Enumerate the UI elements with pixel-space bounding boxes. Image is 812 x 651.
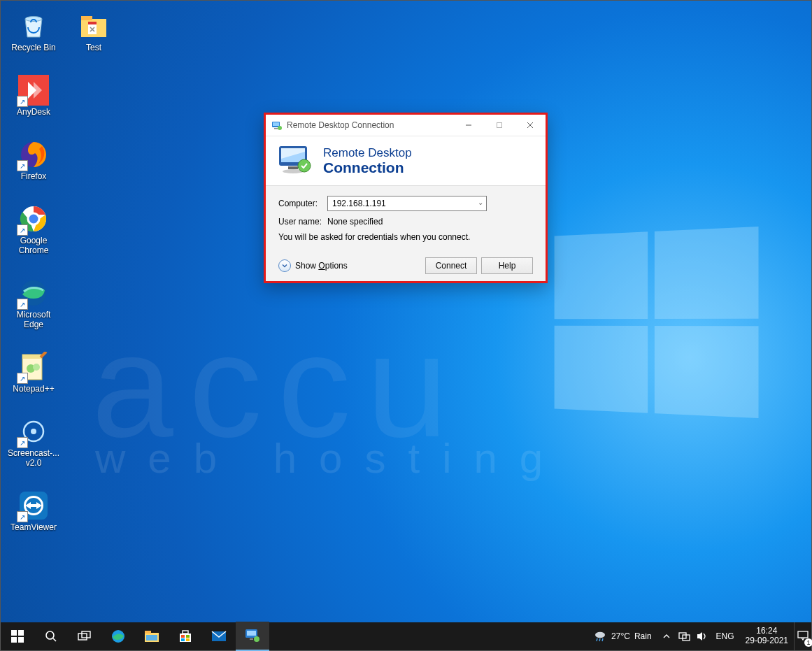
svg-point-59 <box>254 636 259 642</box>
shortcut-overlay-icon: ↗ <box>17 373 28 384</box>
connect-button[interactable]: Connect <box>425 257 477 274</box>
notification-badge: 1 <box>804 638 812 647</box>
taskbar-mail-icon[interactable] <box>202 622 236 650</box>
svg-rect-39 <box>11 637 17 643</box>
firefox-icon: ↗ <box>18 139 49 170</box>
language-indicator[interactable]: ENG <box>711 622 740 650</box>
svg-rect-34 <box>288 166 298 169</box>
svg-rect-2 <box>81 16 92 20</box>
rdc-header-line2: Connection <box>323 160 412 175</box>
taskbar: 27°C Rain ENG 16:24 29-09-2021 1 <box>1 622 811 650</box>
computer-combobox[interactable]: 192.168.1.191 ⌄ <box>327 196 487 211</box>
svg-point-36 <box>298 159 311 172</box>
taskbar-edge-icon[interactable] <box>101 622 135 650</box>
svg-rect-38 <box>18 630 24 636</box>
weather-cond: Rain <box>634 631 652 641</box>
svg-line-42 <box>53 638 56 641</box>
username-label: User name: <box>278 217 327 227</box>
svg-rect-50 <box>183 631 188 634</box>
svg-rect-58 <box>250 638 253 640</box>
svg-point-16 <box>31 429 36 434</box>
username-value: None specified <box>327 217 383 227</box>
help-button[interactable]: Help <box>481 257 533 274</box>
desktop-icon-microsoft-edge[interactable]: ↗Microsoft Edge <box>6 278 61 330</box>
system-tray: 27°C Rain ENG 16:24 29-09-2021 1 <box>587 622 811 650</box>
svg-rect-57 <box>247 631 256 636</box>
desktop-icon-firefox[interactable]: ↗Firefox <box>6 139 61 182</box>
weather-icon <box>593 630 607 643</box>
weather-widget[interactable]: 27°C Rain <box>587 622 657 650</box>
show-options-toggle[interactable]: Show Options <box>278 259 348 272</box>
clock-date: 29-09-2021 <box>746 636 788 646</box>
teamviewer-icon: ↗ <box>18 490 49 521</box>
svg-point-8 <box>28 213 39 224</box>
close-button[interactable] <box>515 115 546 136</box>
svg-point-60 <box>595 632 605 638</box>
svg-rect-24 <box>273 122 279 126</box>
svg-rect-44 <box>82 631 90 638</box>
svg-line-63 <box>602 638 603 641</box>
svg-rect-25 <box>274 128 278 129</box>
tray-overflow-icon[interactable] <box>657 622 676 650</box>
desktop-icon-test-folder[interactable]: Test <box>66 10 121 53</box>
action-center-icon[interactable]: 1 <box>794 622 811 650</box>
clock[interactable]: 16:24 29-09-2021 <box>740 627 794 646</box>
svg-point-26 <box>278 126 282 130</box>
shortcut-overlay-icon: ↗ <box>17 160 28 171</box>
remote-desktop-window: Remote Desktop Connection Remote Desktop… <box>264 113 548 283</box>
window-titlebar[interactable]: Remote Desktop Connection <box>266 115 546 136</box>
credentials-message: You will be asked for credentials when y… <box>278 232 533 242</box>
svg-marker-66 <box>697 632 702 641</box>
weather-temp: 27°C <box>611 631 630 641</box>
taskbar-file-explorer-icon[interactable] <box>135 622 169 650</box>
icon-label: Firefox <box>21 172 47 182</box>
svg-line-62 <box>599 638 600 641</box>
desktop-icon-google-chrome[interactable]: ↗Google Chrome <box>6 203 61 256</box>
computer-label: Computer: <box>278 199 327 208</box>
svg-rect-67 <box>798 631 808 638</box>
svg-rect-4 <box>88 22 97 24</box>
shortcut-overlay-icon: ↗ <box>17 437 28 448</box>
desktop-icon-anydesk[interactable]: ↗AnyDesk <box>6 75 61 117</box>
search-button[interactable] <box>34 622 68 650</box>
anydesk-icon: ↗ <box>18 75 49 106</box>
icon-label: AnyDesk <box>17 108 50 117</box>
network-icon[interactable] <box>676 622 694 650</box>
shortcut-overlay-icon: ↗ <box>17 224 28 236</box>
svg-point-41 <box>46 631 54 639</box>
taskbar-store-icon[interactable] <box>169 622 202 650</box>
svg-line-61 <box>597 638 597 641</box>
desktop-icon-notepadpp[interactable]: ↗Notepad++ <box>6 352 61 394</box>
svg-rect-22 <box>30 504 37 507</box>
computer-value: 192.168.1.191 <box>332 199 386 208</box>
svg-rect-54 <box>186 638 190 641</box>
rdc-monitor-icon <box>278 145 313 176</box>
task-view-button[interactable] <box>68 622 101 650</box>
desktop[interactable]: Recycle BinTest↗AnyDesk↗Firefox↗Google C… <box>1 1 811 650</box>
shortcut-overlay-icon: ↗ <box>17 299 28 310</box>
icon-label: TeamViewer <box>10 523 57 533</box>
minimize-button[interactable] <box>453 115 484 136</box>
icon-label: Microsoft Edge <box>6 310 61 330</box>
rdc-app-icon <box>271 120 283 131</box>
svg-rect-52 <box>186 635 190 638</box>
svg-line-14 <box>41 352 46 357</box>
volume-icon[interactable] <box>694 622 711 650</box>
shortcut-overlay-icon: ↗ <box>17 96 28 107</box>
maximize-button[interactable] <box>484 115 515 136</box>
svg-rect-51 <box>181 635 185 638</box>
shortcut-overlay-icon: ↗ <box>17 511 28 522</box>
chevron-down-icon: ⌄ <box>478 199 483 206</box>
start-button[interactable] <box>1 622 34 650</box>
svg-rect-48 <box>146 635 157 641</box>
clock-time: 16:24 <box>746 627 788 636</box>
svg-rect-37 <box>11 630 17 636</box>
taskbar-rdc-icon[interactable] <box>236 622 269 651</box>
desktop-icon-recycle-bin[interactable]: Recycle Bin <box>6 10 61 53</box>
icon-label: Recycle Bin <box>11 43 55 53</box>
microsoft-edge-icon: ↗ <box>18 278 49 308</box>
test-folder-icon <box>78 10 109 41</box>
desktop-icon-teamviewer[interactable]: ↗TeamViewer <box>6 490 61 533</box>
desktop-icon-screencast[interactable]: ↗Screencast-... v2.0 <box>6 416 61 468</box>
window-title: Remote Desktop Connection <box>287 120 453 130</box>
